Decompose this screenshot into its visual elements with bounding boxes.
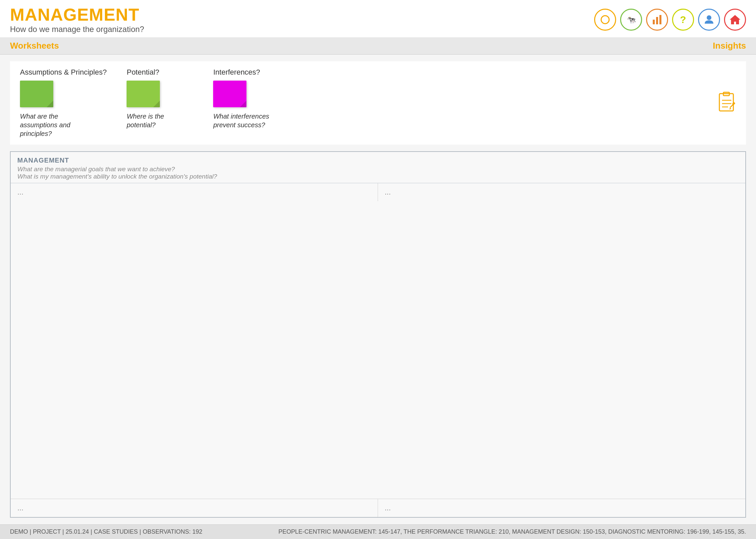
circle-icon[interactable] xyxy=(594,9,616,31)
management-box-q2: What is my management's ability to unloc… xyxy=(17,173,739,180)
question-icon-button[interactable]: ? xyxy=(672,9,694,31)
sticky-note-magenta[interactable] xyxy=(213,81,246,107)
header: MANAGEMENT How do we manage the organiza… xyxy=(0,0,756,37)
worksheet-label-2: Potential? xyxy=(127,68,159,77)
svg-rect-4 xyxy=(659,15,661,24)
worksheet-item-assumptions[interactable]: Assumptions & Principles? What are the a… xyxy=(20,68,107,138)
box-cell-top-left[interactable]: ... xyxy=(11,183,378,201)
clipboard-edit-icon xyxy=(715,90,739,114)
bar-chart-icon-button[interactable] xyxy=(646,9,668,31)
svg-rect-2 xyxy=(653,20,655,24)
header-left: MANAGEMENT How do we manage the organiza… xyxy=(10,6,144,34)
page-title: MANAGEMENT xyxy=(10,6,144,23)
main-content: Assumptions & Principles? What are the a… xyxy=(0,55,756,524)
insights-tab[interactable]: Insights xyxy=(713,41,746,51)
person-icon-button[interactable] xyxy=(698,9,720,31)
worksheet-description-1: What are the assumptions and principles? xyxy=(20,112,87,138)
home-icon-button[interactable] xyxy=(724,9,746,31)
management-box-body: ... ... ... ... xyxy=(11,183,745,517)
management-box-q1: What are the managerial goals that we wa… xyxy=(17,166,739,173)
header-icons: 🐄 ? xyxy=(594,9,746,31)
box-cell-top-right[interactable]: ... xyxy=(378,183,745,201)
sticky-note-green-2[interactable] xyxy=(127,81,160,107)
management-box: MANAGEMENT What are the managerial goals… xyxy=(10,151,746,518)
cow-icon-button[interactable]: 🐄 xyxy=(620,9,642,31)
svg-point-0 xyxy=(601,16,609,24)
worksheet-description-3: What interferences prevent success? xyxy=(213,112,280,129)
svg-text:?: ? xyxy=(680,14,686,25)
svg-point-6 xyxy=(707,15,711,20)
nav-bar: Worksheets Insights xyxy=(0,37,756,55)
worksheets-tab[interactable]: Worksheets xyxy=(10,41,59,51)
management-box-title: MANAGEMENT xyxy=(17,157,739,164)
edit-icon-container[interactable] xyxy=(715,90,739,116)
svg-rect-8 xyxy=(719,94,733,111)
question-icon-svg: ? xyxy=(677,14,689,26)
page-subtitle: How do we manage the organization? xyxy=(10,25,144,34)
sticky-note-green-1[interactable] xyxy=(20,81,53,107)
svg-rect-3 xyxy=(656,17,658,24)
box-cell-bottom-left[interactable]: ... xyxy=(11,499,378,517)
worksheet-label-3: Interferences? xyxy=(213,68,260,77)
bar-chart-icon-svg xyxy=(651,14,663,26)
worksheet-item-potential[interactable]: Potential? Where is the potential? xyxy=(127,68,193,129)
cow-icon-svg: 🐄 xyxy=(625,14,637,26)
worksheet-description-2: Where is the potential? xyxy=(127,112,193,129)
svg-text:🐄: 🐄 xyxy=(627,15,636,24)
management-box-header: MANAGEMENT What are the managerial goals… xyxy=(11,152,745,183)
footer: DEMO | PROJECT | 25.01.24 | CASE STUDIES… xyxy=(0,524,756,539)
home-icon-svg xyxy=(729,14,741,26)
box-cell-bottom-right[interactable]: ... xyxy=(378,499,745,517)
person-icon-svg xyxy=(703,14,715,26)
worksheets-section: Assumptions & Principles? What are the a… xyxy=(10,61,746,145)
circle-icon-svg xyxy=(599,14,611,26)
footer-right: PEOPLE-CENTRIC MANAGEMENT: 145-147, THE … xyxy=(278,528,746,535)
footer-left: DEMO | PROJECT | 25.01.24 | CASE STUDIES… xyxy=(10,528,202,535)
worksheet-label-1: Assumptions & Principles? xyxy=(20,68,107,77)
svg-marker-7 xyxy=(730,15,740,24)
worksheet-item-interferences[interactable]: Interferences? What interferences preven… xyxy=(213,68,280,129)
